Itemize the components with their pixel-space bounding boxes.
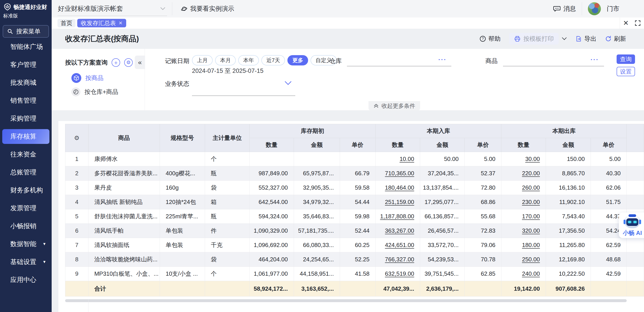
help-button[interactable]: ? 帮助 (480, 35, 500, 43)
chevron-down-icon (160, 7, 165, 10)
scheme-settings-button[interactable]: ⚙ (124, 58, 133, 67)
status-select[interactable] (192, 78, 295, 96)
tab-close-icon[interactable]: ✕ (118, 20, 122, 26)
menu-search-input[interactable]: 搜索菜单 (3, 25, 49, 38)
date-range-value[interactable]: 2024-07-15 至 2025-07-15 (192, 67, 264, 75)
sidebar-item-13[interactable]: 应用中心 (0, 271, 52, 289)
drill-link[interactable]: 1,187,808.00 (380, 213, 414, 220)
horizontal-scrollbar[interactable] (65, 299, 627, 302)
message-bubble-icon (553, 5, 561, 12)
sidebar-item-5[interactable]: 库存核算 (2, 129, 50, 144)
sidebar-item-11[interactable]: 数据智能▼ (0, 235, 52, 253)
cell-spec: 225ml青苹... (160, 209, 205, 224)
cell-out_qty: 230.00 (502, 195, 546, 209)
total-cell: 19,142.00 (502, 281, 546, 297)
account-selector[interactable]: 好业财标准版演示帐套 (58, 1, 167, 16)
sidebar-item-3[interactable]: 销售管理 (0, 92, 52, 110)
tab-home[interactable]: 首页 (58, 19, 76, 27)
messages-button[interactable]: 消息 (553, 4, 576, 13)
cell-unit: 袋 (205, 181, 250, 195)
date-preset-0[interactable]: 上月 (192, 55, 213, 65)
drill-link[interactable]: 424,651.00 (385, 242, 414, 248)
cell-product: 多芬樱花甜香滋养美肤... (88, 166, 160, 181)
warehouse-select[interactable] (347, 55, 451, 66)
cell-pad (627, 181, 644, 195)
total-label: 合计 (88, 281, 160, 297)
drill-link[interactable]: 632,519.00 (385, 270, 414, 277)
drill-link[interactable]: 30.00 (525, 156, 540, 162)
cell-out_qty: 170.00 (502, 209, 546, 224)
avatar[interactable] (588, 2, 601, 15)
cell-open_amt (294, 152, 340, 166)
total-cell: 58,924,172... (250, 281, 294, 297)
cell-in_amt: 26,456,57... (420, 224, 464, 238)
query-button[interactable]: 查询 (616, 54, 635, 64)
settings-button[interactable]: 设置 (616, 67, 635, 76)
scheme-item-by-product[interactable]: 按商品 (72, 73, 104, 83)
table-settings-gear-icon[interactable]: ⚙ (74, 135, 80, 142)
cell-out_price: 62.06 (591, 181, 627, 195)
demo-link[interactable]: 我要看实例演示 (181, 4, 234, 13)
date-preset-2[interactable]: 本年 (238, 55, 259, 65)
sidebar-item-6[interactable]: 往来资金 (0, 146, 52, 163)
drill-link[interactable]: 250.00 (522, 256, 540, 263)
sidebar-item-7[interactable]: 总账管理 (0, 163, 52, 181)
drill-link[interactable]: 251,159.00 (385, 199, 414, 205)
fullscreen-icon[interactable] (634, 20, 641, 26)
brand: 畅捷通好业财 (0, 0, 52, 11)
cell-out_amt: 11,902.10 (546, 195, 591, 209)
print-by-template-button[interactable]: 按模板打印 (509, 33, 559, 45)
add-scheme-button[interactable]: ＋ (112, 58, 120, 67)
drill-link[interactable]: 260.00 (522, 184, 540, 191)
drill-link[interactable]: 320.00 (522, 227, 540, 234)
refresh-button[interactable]: 刷新 (605, 35, 626, 43)
cell-product: MP310白板笔、小盒、... (88, 267, 160, 281)
sidebar-item-1[interactable]: 客户管理 (0, 56, 52, 74)
drill-link[interactable]: 240.00 (522, 270, 540, 277)
cell-product: 清风抽纸 新韧纯品 (88, 195, 160, 209)
drill-link[interactable]: 363,267.00 (385, 227, 414, 234)
close-icon[interactable]: ✕ (623, 20, 629, 26)
sub-header-price: 单价 (340, 138, 376, 152)
date-preset-3[interactable]: 近7天 (261, 55, 285, 65)
drill-link[interactable]: 230.00 (522, 199, 540, 205)
cell-in_qty: 1,187,808.00 (376, 209, 420, 224)
cell-num: 4 (65, 195, 88, 209)
collapse-panel-button[interactable]: « (135, 56, 145, 69)
sidebar-item-0[interactable]: 智能体广场 (0, 38, 52, 56)
cell-out_qty: 180.00 (502, 238, 546, 252)
drill-link[interactable]: 220.00 (522, 170, 540, 177)
cell-open_price: 59.98 (340, 209, 376, 224)
sidebar-item-label: 客户管理 (10, 60, 36, 69)
sidebar-item-10[interactable]: 小畅报销 (0, 217, 52, 235)
sidebar-item-9[interactable]: 发票管理 (0, 199, 52, 217)
ai-assistant-widget[interactable]: 小畅 AI (619, 212, 644, 238)
drill-link[interactable]: 766,327.00 (385, 256, 414, 263)
status-chevron-down-icon[interactable] (284, 81, 292, 86)
scheme-item-by-warehouse-product[interactable]: 按仓库+商品 (72, 87, 118, 96)
sidebar-item-12[interactable]: 基础设置▼ (0, 253, 52, 271)
drill-link[interactable]: 180,464.00 (385, 184, 414, 191)
tab-active-report[interactable]: 收发存汇总表 ✕ (77, 19, 126, 27)
export-button[interactable]: 导出 (575, 35, 596, 43)
table-row: 7清风软抽面纸单包装千克1,096,692.0066,080,33...60.2… (65, 238, 644, 252)
cell-pad (627, 267, 644, 281)
product-picker-dots[interactable]: ··· (590, 56, 599, 63)
drill-link[interactable]: 180.00 (522, 242, 540, 248)
date-preset-1[interactable]: 本月 (215, 55, 236, 65)
date-preset-4[interactable]: 更多 (288, 55, 308, 65)
drill-link[interactable]: 10.00 (400, 156, 414, 162)
sidebar-item-8[interactable]: 财务多机构 (0, 181, 52, 199)
cell-out_price: 5.00 (591, 152, 627, 166)
collapse-more-conditions[interactable]: 收起更多条件 (368, 101, 420, 111)
sub-header-amt: 金额 (420, 138, 464, 152)
warehouse-picker-dots[interactable]: ··· (438, 56, 446, 63)
sidebar-item-label: 往来资金 (10, 150, 36, 159)
sidebar-item-4[interactable]: 采购管理 (0, 110, 52, 128)
sidebar-item-2[interactable]: 批发商城 (0, 74, 52, 92)
total-cell: 2,636,179,... (420, 281, 464, 297)
product-select[interactable] (503, 55, 604, 66)
drill-link[interactable]: 170.00 (522, 213, 540, 220)
drill-link[interactable]: 710,365.00 (385, 170, 414, 177)
print-dropdown-icon[interactable] (562, 37, 567, 40)
